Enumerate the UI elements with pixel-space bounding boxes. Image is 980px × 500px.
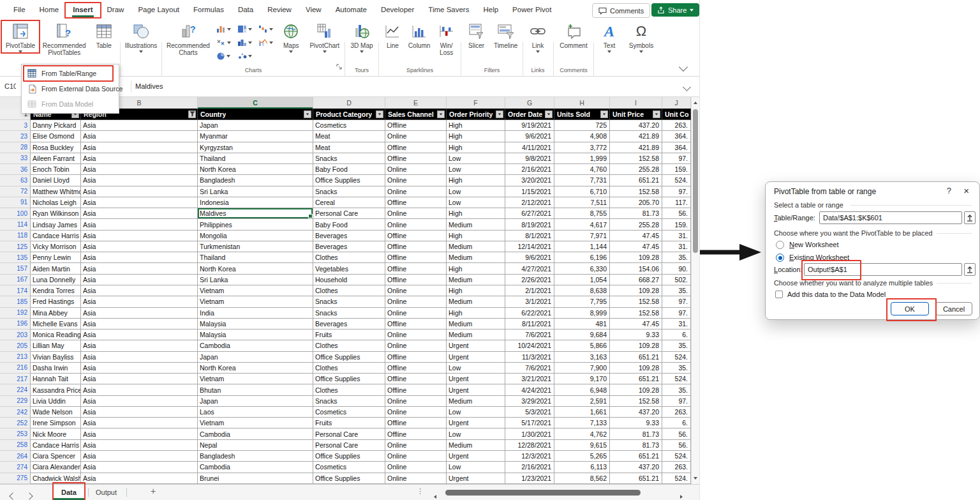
grid-cell[interactable]: Asia: [81, 208, 198, 219]
grid-cell[interactable]: Medium: [447, 275, 505, 285]
grid-cell[interactable]: Irene Simpson: [31, 418, 81, 428]
grid-cell[interactable]: 4/27/2021: [505, 263, 554, 274]
row-number[interactable]: 100: [0, 208, 31, 219]
grid-cell[interactable]: High: [447, 231, 505, 241]
grid-cell[interactable]: Medium: [447, 396, 505, 407]
grid-cell[interactable]: Luna Donnelly: [31, 275, 81, 285]
grid-cell[interactable]: Cambodia: [198, 428, 313, 439]
grid-cell[interactable]: Asia: [81, 418, 198, 428]
grid-cell[interactable]: 4,762: [554, 428, 610, 439]
grid-cell[interactable]: Medium: [447, 219, 505, 230]
grid-cell[interactable]: 651.21: [610, 352, 662, 363]
grid-cell[interactable]: 3,163: [554, 352, 610, 363]
grid-cell[interactable]: Vivian Bayliss: [31, 352, 81, 363]
grid-cell[interactable]: 5/3/2021: [505, 407, 554, 418]
grid-cell[interactable]: Offline: [385, 231, 447, 241]
ok-button[interactable]: OK: [891, 302, 929, 315]
grid-cell[interactable]: 8/11/2021: [505, 319, 554, 330]
scroll-left-icon[interactable]: [434, 490, 436, 500]
grid-cell[interactable]: Asia: [81, 330, 198, 340]
grid-cell[interactable]: High: [447, 131, 505, 142]
grid-cell[interactable]: Sri Lanka: [198, 275, 313, 285]
share-button[interactable]: Share: [651, 3, 699, 17]
row-number[interactable]: 192: [0, 308, 31, 319]
grid-cell[interactable]: 6/27/2021: [505, 208, 554, 219]
grid-cell[interactable]: 159.: [662, 219, 691, 230]
grid-cell[interactable]: 12/28/2021: [505, 440, 554, 451]
grid-cell[interactable]: 35.: [662, 252, 691, 263]
pie-chart-icon[interactable]: [213, 49, 234, 63]
prev-sheet-button[interactable]: [10, 490, 15, 500]
name-box[interactable]: C100: [0, 79, 16, 93]
row-number[interactable]: 23: [0, 131, 31, 142]
grid-cell[interactable]: Online: [385, 164, 447, 175]
grid-cell[interactable]: 12/14/2021: [505, 241, 554, 252]
grid-cell[interactable]: Asia: [81, 396, 198, 407]
grid-cell[interactable]: 31.: [662, 319, 691, 330]
selected-cell[interactable]: Maldives: [198, 208, 313, 219]
grid-cell[interactable]: Online: [385, 340, 447, 351]
grid-cell[interactable]: 11/3/2021: [505, 352, 554, 363]
column-header-I[interactable]: I: [610, 97, 662, 109]
grid-cell[interactable]: 6,113: [554, 462, 610, 473]
grid-cell[interactable]: North Korea: [198, 263, 313, 274]
grid-cell[interactable]: 97.: [662, 396, 691, 407]
grid-cell[interactable]: 8,638: [554, 285, 610, 296]
grid-cell[interactable]: Mongolia: [198, 231, 313, 241]
grid-cell[interactable]: Offline: [385, 252, 447, 263]
grid-cell[interactable]: 3/1/2021: [505, 296, 554, 307]
row-number[interactable]: 118: [0, 231, 31, 241]
menu-item-from-table-range[interactable]: From Table/Range: [22, 66, 119, 81]
grid-cell[interactable]: Asia: [81, 319, 198, 330]
row-number[interactable]: 196: [0, 319, 31, 330]
grid-cell[interactable]: 4,617: [554, 219, 610, 230]
grid-cell[interactable]: Offline: [385, 153, 447, 164]
charts-dialog-launcher-icon[interactable]: [336, 61, 342, 72]
grid-cell[interactable]: 2/16/2021: [505, 164, 554, 175]
grid-cell[interactable]: Asia: [81, 231, 198, 241]
grid-cell[interactable]: Thailand: [198, 153, 313, 164]
row-number[interactable]: 63: [0, 175, 31, 186]
grid-cell[interactable]: Baby Food: [313, 164, 385, 175]
ribbon-tab-formulas[interactable]: Formulas: [186, 1, 231, 19]
grid-cell[interactable]: Asia: [81, 219, 198, 230]
grid-cell[interactable]: 2,591: [554, 396, 610, 407]
sheet-tab-data[interactable]: Data: [54, 485, 84, 500]
grid-cell[interactable]: Cosmetics: [313, 407, 385, 418]
grid-cell[interactable]: 524.: [662, 352, 691, 363]
grid-cell[interactable]: 6,948: [554, 384, 610, 395]
column-header-C[interactable]: C: [198, 97, 313, 109]
grid-cell[interactable]: Matthew Whitmore: [31, 186, 81, 197]
grid-cell[interactable]: Asia: [81, 462, 198, 473]
grid-cell[interactable]: 35.: [662, 363, 691, 374]
grid-cell[interactable]: 437.20: [610, 120, 662, 131]
next-sheet-button[interactable]: [27, 490, 32, 500]
grid-cell[interactable]: Clothes: [313, 340, 385, 351]
grid-cell[interactable]: Kassandra Price: [31, 384, 81, 395]
grid-cell[interactable]: Asia: [81, 186, 198, 197]
grid-cell[interactable]: Myanmar: [198, 131, 313, 142]
bubble-chart-icon[interactable]: [234, 49, 255, 63]
grid-cell[interactable]: 152.58: [610, 153, 662, 164]
ribbon-tab-file[interactable]: File: [6, 1, 33, 19]
column-header-H[interactable]: H: [554, 97, 610, 109]
combo-chart-icon[interactable]: [255, 36, 276, 49]
grid-cell[interactable]: 7,511: [554, 197, 610, 208]
grid-cell[interactable]: Asia: [81, 120, 198, 131]
grid-cell[interactable]: 152.58: [610, 186, 662, 197]
grid-cell[interactable]: North Korea: [198, 164, 313, 175]
grid-cell[interactable]: Office Supplies: [313, 175, 385, 186]
grid-cell[interactable]: Offline: [385, 374, 447, 384]
grid-cell[interactable]: Fred Hastings: [31, 296, 81, 307]
grid-cell[interactable]: Beverages: [313, 231, 385, 241]
grid-cell[interactable]: Snacks: [313, 308, 385, 319]
grid-cell[interactable]: Asia: [81, 473, 198, 484]
grid-cell[interactable]: Turkmenistan: [198, 241, 313, 252]
scroll-right-icon[interactable]: [680, 490, 683, 500]
ribbon-tab-developer[interactable]: Developer: [374, 1, 421, 19]
grid-cell[interactable]: Online: [385, 396, 447, 407]
sparkline-winloss-button[interactable]: Win/ Loss: [433, 20, 459, 56]
grid-cell[interactable]: Ryan Wilkinson: [31, 208, 81, 219]
grid-cell[interactable]: 109.28: [610, 384, 662, 395]
grid-cell[interactable]: Asia: [81, 175, 198, 186]
